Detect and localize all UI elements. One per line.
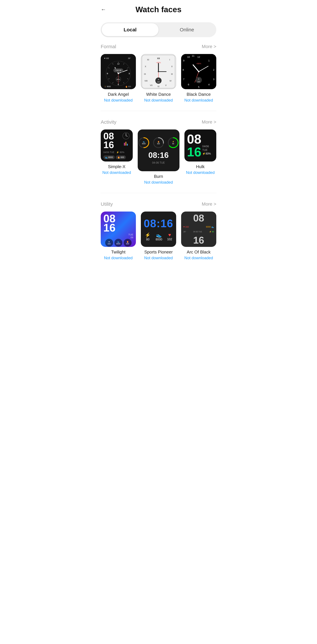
- svg-text:+80%: +80%: [196, 62, 201, 64]
- section-more-formal[interactable]: More >: [202, 44, 216, 49]
- back-button[interactable]: ←: [101, 6, 106, 12]
- svg-text:80: 80: [172, 143, 174, 145]
- face-status-sports-pioneer: Not downloaded: [144, 256, 173, 260]
- svg-point-52: [158, 71, 159, 72]
- svg-text:IV: IV: [170, 80, 172, 82]
- sp-time: 08:16: [144, 217, 173, 230]
- faces-grid-activity: 08 16: [101, 130, 216, 184]
- face-status-arc-of-black: Not downloaded: [184, 256, 213, 260]
- svg-text:26°: 26°: [128, 57, 130, 59]
- sp-icons: ⚡ 80 👟 8000 ♥ 102: [145, 232, 172, 241]
- burn-date: 04-06 TUE: [152, 161, 165, 164]
- face-preview-burn: 👟 8000 🔥 600 ⚡ 80: [138, 130, 180, 171]
- svg-text:♥: ♥: [158, 78, 159, 80]
- face-item-hulk[interactable]: 08 16 04/06 TUE ⚡80% Hulk Not downloaded: [184, 130, 216, 184]
- svg-point-73: [198, 71, 200, 72]
- section-title-activity: Activity: [101, 119, 116, 125]
- face-preview-arc-of-black: 08 ♥ 102 8000 👟 26° 04-05 TUE ⚡ 80 16: [181, 212, 216, 247]
- svg-text:6: 6: [188, 83, 189, 86]
- svg-text:10: 10: [187, 56, 190, 58]
- svg-text:♥: ♥: [198, 78, 199, 80]
- face-status-twilight: Not downloaded: [104, 256, 132, 260]
- svg-text:🔥 600: 🔥 600: [125, 86, 131, 88]
- section-header-utility: Utility More >: [101, 201, 216, 207]
- sp-icon-heart: ♥ 102: [167, 232, 172, 241]
- tab-online[interactable]: Online: [158, 23, 215, 36]
- svg-text:♥: ♥: [104, 57, 105, 59]
- face-item-sports-pioneer[interactable]: 08:16 ⚡ 80 👟 8000 ♥ 102 Sports: [141, 212, 176, 260]
- face-item-twilight[interactable]: 08 16 TUE06 ♥102 👟8000 🔥600 Twilight: [101, 212, 136, 260]
- header: ← Watch faces: [94, 0, 223, 17]
- svg-text:🔥: 🔥: [158, 140, 160, 143]
- face-item-dark-angel[interactable]: 12 3 6 9 80% ♥ 102: [101, 54, 136, 102]
- svg-text:III: III: [171, 73, 173, 75]
- svg-text:II: II: [172, 66, 172, 68]
- face-name-simple-x: Simple-X: [108, 164, 125, 169]
- svg-text:VII: VII: [150, 84, 152, 86]
- section-title-formal: Formal: [101, 44, 116, 49]
- svg-text:VI: VI: [158, 85, 160, 88]
- face-status-dark-angel: Not downloaded: [104, 98, 132, 102]
- svg-text:1: 1: [208, 59, 210, 62]
- svg-text:3: 3: [213, 78, 214, 80]
- page-title: Watch faces: [136, 5, 182, 14]
- divider-2: [101, 193, 216, 193]
- face-status-burn: Not downloaded: [144, 180, 173, 184]
- face-item-burn[interactable]: 👟 8000 🔥 600 ⚡ 80: [138, 130, 180, 184]
- svg-text:9: 9: [183, 59, 184, 62]
- svg-text:VIII: VIII: [144, 80, 148, 82]
- svg-text:102: 102: [106, 57, 109, 59]
- svg-text:🚶 8000: 🚶 8000: [104, 86, 111, 88]
- svg-text:7: 7: [183, 78, 184, 80]
- burn-time: 08:16: [148, 150, 169, 160]
- face-item-black-dance[interactable]: 12 1 2 3 4 5 6 7 8 9 10 11: [181, 54, 216, 102]
- face-status-black-dance: Not downloaded: [184, 98, 213, 102]
- section-more-utility[interactable]: More >: [202, 202, 216, 207]
- face-name-hulk: Hulk: [196, 164, 204, 169]
- section-activity: Activity More > 08 16: [94, 119, 223, 193]
- section-more-activity[interactable]: More >: [202, 120, 216, 125]
- face-name-arc-of-black: Arc Of Black: [187, 250, 210, 255]
- svg-text:X: X: [145, 66, 146, 68]
- face-name-white-dance: White Dance: [146, 92, 171, 97]
- svg-text:8: 8: [182, 68, 184, 71]
- svg-point-21: [118, 73, 119, 74]
- tab-switcher: Local Online: [101, 22, 216, 37]
- face-name-burn: Burn: [154, 174, 163, 179]
- face-item-white-dance[interactable]: XII I II III IV V VI VII VIII IX X XI: [141, 54, 176, 102]
- svg-text:I: I: [170, 58, 170, 61]
- svg-text:IX: IX: [144, 73, 146, 75]
- svg-text:80%: 80%: [116, 78, 120, 80]
- svg-text:102: 102: [157, 81, 160, 83]
- face-name-twilight: Twilight: [111, 250, 126, 255]
- face-preview-sports-pioneer: 08:16 ⚡ 80 👟 8000 ♥ 102: [141, 212, 176, 247]
- svg-text:4: 4: [208, 83, 210, 86]
- section-header-formal: Formal More >: [101, 44, 216, 49]
- svg-text:⚡: ⚡: [172, 140, 174, 143]
- svg-text:11: 11: [192, 54, 194, 57]
- svg-text:3: 3: [128, 72, 130, 75]
- sp-icon-lightning: ⚡ 80: [145, 232, 150, 241]
- svg-text:12: 12: [197, 56, 200, 58]
- section-header-activity: Activity More >: [101, 119, 216, 125]
- face-status-hulk: Not downloaded: [186, 170, 215, 175]
- face-preview-black-dance: 12 1 2 3 4 5 6 7 8 9 10 11: [181, 54, 216, 89]
- svg-text:102: 102: [197, 80, 200, 82]
- svg-text:2: 2: [213, 68, 214, 71]
- svg-text:+80%: +80%: [156, 62, 161, 64]
- divider-1: [101, 111, 216, 111]
- face-item-arc-of-black[interactable]: 08 ♥ 102 8000 👟 26° 04-05 TUE ⚡ 80 16 Ar…: [181, 212, 216, 260]
- svg-text:👟: 👟: [143, 140, 145, 143]
- face-preview-hulk: 08 16 04/06 TUE ⚡80%: [184, 130, 216, 162]
- svg-text:XI: XI: [147, 58, 149, 61]
- svg-text:V: V: [165, 84, 167, 86]
- svg-text:9: 9: [107, 72, 108, 75]
- faces-grid-utility: 08 16 TUE06 ♥102 👟8000 🔥600 Twilight: [101, 212, 216, 260]
- face-item-simple-x[interactable]: 08 16: [101, 130, 133, 184]
- face-name-black-dance: Black Dance: [186, 92, 211, 97]
- tab-local[interactable]: Local: [102, 23, 158, 36]
- face-name-dark-angel: Dark Angel: [108, 92, 129, 97]
- face-preview-dark-angel: 12 3 6 9 80% ♥ 102: [101, 54, 136, 89]
- section-formal: Formal More >: [94, 44, 223, 111]
- faces-grid-formal: 12 3 6 9 80% ♥ 102: [101, 54, 216, 102]
